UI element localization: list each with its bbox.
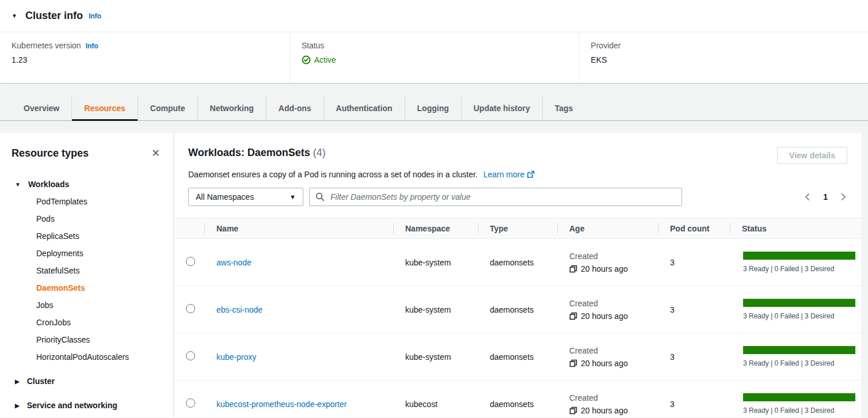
- daemonset-name-link[interactable]: aws-node: [216, 258, 252, 267]
- pod-count-cell: 3: [658, 400, 730, 409]
- table-row: aws-node kube-system daemonsets Created …: [174, 239, 861, 286]
- daemonset-name-link[interactable]: kubecost-prometheus-node-exporter: [216, 400, 347, 409]
- age-cell: Created 20 hours ago: [558, 252, 658, 273]
- pod-count-cell: 3: [658, 258, 730, 267]
- resource-tree: ▼ Workloads PodTemplates Pods ReplicaSet…: [12, 176, 161, 414]
- collapse-caret-icon[interactable]: ▼: [12, 13, 17, 19]
- namespace-select[interactable]: All Namespaces ▼: [188, 188, 303, 206]
- table-row: kubecost-prometheus-node-exporter kubeco…: [174, 381, 861, 418]
- pod-count-cell: 3: [658, 352, 730, 362]
- page-title: Cluster info: [25, 10, 83, 22]
- next-page-icon[interactable]: [839, 192, 847, 202]
- page-number[interactable]: 1: [823, 192, 828, 202]
- status-bar: [743, 299, 855, 307]
- type-cell: daemonsets: [478, 258, 558, 267]
- sidebar-item-deployments[interactable]: Deployments: [12, 245, 161, 262]
- tab-resources[interactable]: Resources: [71, 96, 138, 120]
- column-header-type: Type: [478, 218, 558, 238]
- search-input[interactable]: [329, 192, 676, 202]
- type-cell: daemonsets: [478, 305, 558, 314]
- tab-overview[interactable]: Overview: [12, 96, 71, 120]
- version-info-link[interactable]: Info: [86, 42, 98, 50]
- sidebar-item-statefulsets[interactable]: StatefulSets: [12, 262, 161, 279]
- view-details-button[interactable]: View details: [777, 147, 847, 164]
- check-circle-icon: [302, 55, 311, 64]
- column-header-name: Name: [205, 218, 394, 238]
- panel-title: Workloads: DaemonSets(4): [188, 147, 326, 159]
- sidebar-item-podtemplates[interactable]: PodTemplates: [12, 193, 161, 210]
- cluster-info-link[interactable]: Info: [89, 12, 101, 20]
- copy-icon[interactable]: [569, 312, 577, 320]
- sidebar-item-daemonsets[interactable]: DaemonSets: [12, 279, 161, 297]
- status-bar: [743, 393, 855, 401]
- age-value: 20 hours ago: [581, 359, 628, 368]
- row-radio-button[interactable]: [186, 351, 195, 360]
- tree-group-cluster[interactable]: ▶ Cluster: [12, 373, 161, 390]
- sidebar-item-pods[interactable]: Pods: [12, 210, 161, 227]
- chevron-down-icon: ▼: [290, 193, 296, 200]
- sidebar-item-replicasets[interactable]: ReplicaSets: [12, 227, 161, 245]
- caret-down-icon: ▼: [15, 181, 21, 188]
- age-value: 20 hours ago: [581, 264, 628, 273]
- caret-right-icon: ▶: [15, 378, 20, 385]
- tab-update-history[interactable]: Update history: [461, 96, 542, 120]
- age-cell: Created 20 hours ago: [558, 393, 658, 415]
- daemonset-name-link[interactable]: kube-proxy: [216, 352, 256, 362]
- status-text: Active: [314, 55, 336, 64]
- pagination: 1: [804, 192, 847, 202]
- status-cell: 3 Ready | 0 Failed | 3 Desired: [730, 299, 862, 320]
- tab-add-ons[interactable]: Add-ons: [266, 96, 323, 120]
- sidebar-item-jobs[interactable]: Jobs: [12, 297, 161, 314]
- search-icon: [315, 192, 325, 202]
- tab-authentication[interactable]: Authentication: [323, 96, 405, 120]
- tree-group-service-networking[interactable]: ▶ Service and networking: [12, 397, 161, 414]
- summary-provider: Provider EKS: [578, 32, 868, 83]
- status-cell: 3 Ready | 0 Failed | 3 Desired: [730, 393, 862, 415]
- age-value: 20 hours ago: [581, 406, 628, 415]
- caret-right-icon: ▶: [15, 402, 20, 409]
- namespace-cell: kube-system: [394, 305, 478, 314]
- provider-value: EKS: [591, 55, 856, 64]
- status-bar: [743, 252, 855, 260]
- close-icon[interactable]: ✕: [150, 147, 161, 159]
- daemonset-name-link[interactable]: ebs-csi-node: [216, 305, 262, 314]
- tab-logging[interactable]: Logging: [405, 96, 461, 120]
- status-badge: Active: [302, 55, 568, 64]
- filter-row: All Namespaces ▼ 1: [174, 188, 861, 206]
- field-label: Status: [302, 41, 568, 50]
- sidebar-item-cronjobs[interactable]: CronJobs: [12, 314, 161, 331]
- column-header-namespace: Namespace: [394, 218, 478, 238]
- column-header-age: Age: [558, 218, 658, 238]
- copy-icon[interactable]: [569, 265, 577, 273]
- status-text: 3 Ready | 0 Failed | 3 Desired: [743, 312, 862, 320]
- tab-networking[interactable]: Networking: [197, 96, 266, 120]
- field-label: Kubernetes versionInfo: [12, 41, 278, 50]
- cluster-info-header: ▼ Cluster info Info: [0, 0, 868, 32]
- tree-group-workloads[interactable]: ▼ Workloads: [12, 176, 161, 193]
- previous-page-icon[interactable]: [804, 192, 812, 202]
- resource-types-sidebar: Resource types ✕ ▼ Workloads PodTemplate…: [0, 133, 173, 417]
- namespace-cell: kube-system: [394, 258, 478, 267]
- daemonsets-table: Name Namespace Type Age Pod count Status…: [174, 218, 861, 418]
- field-label: Provider: [591, 41, 856, 50]
- copy-icon[interactable]: [569, 359, 577, 367]
- summary-status: Status Active: [290, 32, 579, 83]
- daemonsets-panel: Workloads: DaemonSets(4) View details Da…: [174, 133, 861, 417]
- content-area: Resource types ✕ ▼ Workloads PodTemplate…: [0, 133, 868, 417]
- copy-icon[interactable]: [569, 406, 577, 415]
- row-radio-button[interactable]: [186, 304, 195, 313]
- tab-tags[interactable]: Tags: [542, 96, 585, 120]
- learn-more-link[interactable]: Learn more: [484, 170, 535, 179]
- row-radio-button[interactable]: [186, 398, 195, 408]
- age-value: 20 hours ago: [581, 311, 628, 321]
- tab-compute[interactable]: Compute: [138, 96, 197, 120]
- sidebar-item-priorityclasses[interactable]: PriorityClasses: [12, 331, 161, 348]
- pod-count-cell: 3: [658, 305, 730, 314]
- status-bar: [743, 346, 855, 354]
- table-row: kube-proxy kube-system daemonsets Create…: [174, 333, 861, 381]
- status-text: 3 Ready | 0 Failed | 3 Desired: [743, 265, 862, 273]
- table-row: ebs-csi-node kube-system daemonsets Crea…: [174, 286, 861, 333]
- sidebar-item-horizontalpodautoscalers[interactable]: HorizontalPodAutoscalers: [12, 348, 161, 366]
- row-radio-button[interactable]: [186, 257, 195, 266]
- search-box[interactable]: [309, 188, 682, 206]
